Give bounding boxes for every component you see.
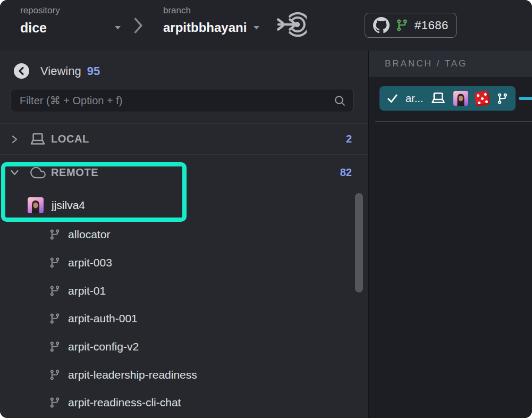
branch-name: arpit-readiness-cli-chat — [68, 396, 181, 409]
chevron-down-icon — [253, 26, 260, 30]
viewing-header: Viewing 95 — [14, 63, 368, 79]
gitkraken-branch-dropdown-window: repository dice branch arpitbbhayani — [0, 0, 532, 418]
remote-user-row[interactable]: jjsilva4 — [0, 190, 368, 221]
branch-name: arpit-auth-001 — [68, 312, 138, 325]
viewing-label: Viewing — [40, 64, 81, 78]
breadcrumb-chevron-icon — [133, 0, 143, 51]
branch-list-item[interactable]: allocator — [0, 221, 368, 249]
remote-user-name: jjsilva4 — [52, 199, 85, 212]
git-branch-icon — [49, 341, 61, 353]
git-branch-icon — [496, 93, 509, 105]
dice-icon — [474, 90, 491, 107]
branch-list-item[interactable]: arpit-config-v2 — [0, 333, 368, 361]
branch-list-item[interactable]: arpit-01 — [0, 277, 368, 305]
branch-name: arpitbbhayani — [163, 20, 247, 35]
branch-selector[interactable]: branch arpitbbhayani — [163, 0, 260, 37]
top-bar: repository dice branch arpitbbhayani — [0, 0, 532, 51]
branch-name: arpit-leadership-readiness — [68, 369, 197, 381]
branch-name: arpit-01 — [68, 285, 106, 297]
chevron-down-icon — [114, 26, 121, 30]
repository-name: dice — [20, 20, 47, 36]
graph-branch-label: ar... — [406, 93, 423, 105]
git-branch-icon — [49, 313, 61, 324]
graph-column-header: BRANCH / TAG — [369, 51, 532, 77]
user-avatar — [28, 197, 44, 213]
laptop-icon — [29, 132, 47, 147]
branch-label: branch — [163, 5, 260, 16]
branch-list-panel: Viewing 95 LOCAL 2 — [0, 51, 368, 418]
arrow-target-icon — [276, 12, 307, 39]
graph-edge-line — [519, 97, 532, 100]
pull-request-number: #1686 — [415, 19, 449, 32]
current-branch-graph-row[interactable]: ar... — [379, 86, 516, 111]
github-logo-icon — [373, 17, 390, 34]
commit-graph-area: ar... — [369, 77, 532, 418]
cloud-icon — [29, 165, 47, 180]
git-branch-icon — [49, 285, 61, 297]
user-avatar — [453, 91, 468, 106]
chevron-right-icon — [10, 135, 20, 144]
checkmark-icon — [386, 93, 399, 104]
pull-request-badge[interactable]: #1686 — [365, 13, 457, 38]
filter-input[interactable] — [11, 89, 353, 112]
graph-panel: BRANCH / TAG ar... — [368, 51, 532, 418]
repository-selector[interactable]: repository dice — [20, 0, 121, 37]
tree-group-local[interactable]: LOCAL 2 — [0, 123, 368, 155]
group-count: 82 — [340, 166, 352, 179]
branch-list-item[interactable]: arpit-leadership-readiness — [0, 361, 368, 389]
branch-name: allocator — [68, 228, 110, 241]
branch-list-item[interactable]: arpit-003 — [0, 249, 368, 277]
tree-group-remote[interactable]: REMOTE 82 — [0, 155, 368, 190]
git-branch-icon — [49, 229, 61, 240]
git-branch-icon — [49, 397, 61, 408]
scrollbar-thumb[interactable] — [355, 193, 363, 292]
viewing-count: 95 — [87, 64, 100, 78]
content-area: Viewing 95 LOCAL 2 — [0, 51, 532, 418]
group-label: LOCAL — [51, 133, 89, 145]
focus-target-button[interactable] — [276, 0, 307, 51]
chevron-down-icon — [10, 168, 20, 177]
git-branch-icon — [49, 257, 61, 269]
branch-name: arpit-config-v2 — [68, 340, 139, 353]
back-button[interactable] — [14, 63, 29, 79]
pull-request-branch-icon — [395, 19, 409, 32]
group-count: 2 — [346, 133, 352, 145]
branch-name: arpit-003 — [68, 256, 112, 269]
laptop-icon — [430, 91, 446, 105]
filter-field — [11, 89, 353, 112]
group-label: REMOTE — [51, 166, 98, 179]
git-branch-icon — [49, 369, 61, 381]
graph-row-divider — [375, 121, 532, 122]
repository-label: repository — [20, 5, 121, 16]
branch-list-item[interactable]: arpit-auth-001 — [0, 305, 368, 333]
branch-list-item[interactable]: arpit-readiness-cli-chat — [0, 389, 368, 417]
